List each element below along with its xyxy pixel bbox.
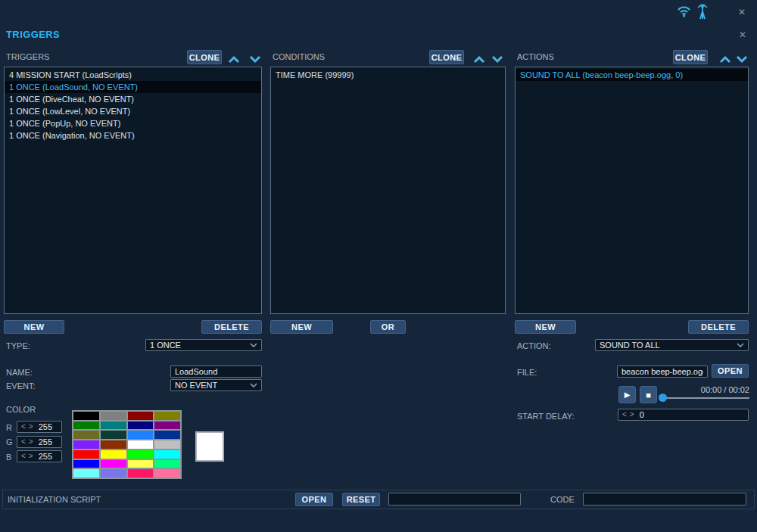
increment-icon[interactable]: > <box>29 438 33 446</box>
name-input[interactable] <box>171 366 261 377</box>
seek-track[interactable] <box>662 397 749 399</box>
increment-icon[interactable]: > <box>630 411 634 418</box>
palette-swatch[interactable] <box>73 412 99 420</box>
type-dropdown[interactable]: 1 ONCE <box>145 339 262 351</box>
list-item[interactable]: 1 ONCE (DiveCheat, NO EVENT) <box>5 93 261 105</box>
script-input[interactable] <box>389 493 520 505</box>
file-input[interactable] <box>618 366 707 377</box>
palette-swatch[interactable] <box>101 440 126 449</box>
increment-icon[interactable]: > <box>29 423 33 431</box>
code-input[interactable] <box>584 493 746 505</box>
stop-icon: ■ <box>646 390 651 400</box>
action-label: ACTION: <box>517 341 551 350</box>
list-item[interactable]: 4 MISSION START (LoadScripts) <box>5 69 261 81</box>
antenna-icon[interactable] <box>696 3 709 23</box>
list-item[interactable]: 1 ONCE (LoadSound, NO EVENT) <box>5 81 261 93</box>
palette-swatch[interactable] <box>128 450 154 459</box>
actions-new-button[interactable]: NEW <box>515 320 576 334</box>
triggers-move-down-icon[interactable] <box>248 53 262 67</box>
decrement-icon[interactable]: < <box>21 453 26 460</box>
file-open-button[interactable]: OPEN <box>712 364 749 378</box>
palette-swatch[interactable] <box>128 422 154 430</box>
triggers-new-button[interactable]: NEW <box>4 320 64 334</box>
actions-clone-button[interactable]: CLONE <box>673 50 708 64</box>
script-open-button[interactable]: OPEN <box>295 493 333 506</box>
script-field-wrap <box>388 493 521 506</box>
list-item[interactable]: 1 ONCE (Navigation, NO EVENT) <box>5 129 261 142</box>
list-item[interactable]: SOUND TO ALL (beacon beep-beep.ogg, 0) <box>516 69 748 81</box>
red-stepper[interactable]: < > 255 <box>17 421 62 433</box>
palette-swatch[interactable] <box>128 469 154 478</box>
list-item[interactable]: TIME MORE (99999) <box>271 69 505 81</box>
actions-move-down-icon[interactable] <box>735 53 749 67</box>
conditions-list[interactable]: TIME MORE (99999) <box>270 67 506 314</box>
palette-swatch[interactable] <box>154 469 180 478</box>
triggers-delete-button[interactable]: DELETE <box>201 320 262 334</box>
palette-swatch[interactable] <box>101 460 126 468</box>
event-value: NO EVENT <box>175 381 250 390</box>
palette-swatch[interactable] <box>128 440 154 449</box>
palette-swatch[interactable] <box>73 460 99 468</box>
window-close-icon[interactable]: ✕ <box>739 30 746 39</box>
palette-swatch[interactable] <box>73 450 99 459</box>
palette-swatch[interactable] <box>128 431 154 439</box>
palette-swatch[interactable] <box>101 412 126 420</box>
list-item[interactable]: 1 ONCE (PopUp, NO EVENT) <box>5 117 261 129</box>
palette-swatch[interactable] <box>154 450 180 459</box>
name-field-wrap <box>170 366 262 378</box>
wifi-icon[interactable] <box>677 5 691 20</box>
actions-column-header: ACTIONS <box>517 52 554 61</box>
green-stepper[interactable]: < > 255 <box>17 436 62 448</box>
decrement-icon[interactable]: < <box>21 438 26 446</box>
code-field-wrap <box>583 493 746 506</box>
increment-icon[interactable]: > <box>29 453 33 460</box>
script-reset-button[interactable]: RESET <box>342 493 380 506</box>
playback-time: 00:00 / 00:02 <box>674 385 749 394</box>
palette-swatch[interactable] <box>128 460 154 468</box>
palette-swatch[interactable] <box>101 469 126 478</box>
color-preview <box>195 431 224 462</box>
actions-delete-button[interactable]: DELETE <box>688 320 749 334</box>
decrement-icon[interactable]: < <box>622 411 627 418</box>
palette-swatch[interactable] <box>154 412 180 420</box>
palette-swatch[interactable] <box>73 422 99 430</box>
palette-swatch[interactable] <box>154 422 180 430</box>
stop-button[interactable]: ■ <box>640 386 657 403</box>
palette-swatch[interactable] <box>73 431 99 439</box>
palette-swatch[interactable] <box>154 460 180 468</box>
event-dropdown[interactable]: NO EVENT <box>170 379 262 391</box>
blue-label: B <box>6 453 11 462</box>
palette-swatch[interactable] <box>128 412 154 420</box>
palette-swatch[interactable] <box>154 440 180 449</box>
palette-swatch[interactable] <box>73 440 99 449</box>
type-value: 1 ONCE <box>150 341 250 350</box>
play-button[interactable]: ▶ <box>618 386 636 403</box>
close-icon[interactable]: ✕ <box>738 8 746 17</box>
actions-move-up-icon[interactable] <box>718 53 732 67</box>
list-item[interactable]: 1 ONCE (LowLevel, NO EVENT) <box>5 105 261 117</box>
start-delay-stepper[interactable]: < > 0 <box>618 409 749 421</box>
file-label: FILE: <box>517 368 537 377</box>
conditions-or-button[interactable]: OR <box>370 320 406 334</box>
conditions-column-header: CONDITIONS <box>273 52 325 61</box>
green-label: G <box>6 437 13 446</box>
palette-swatch[interactable] <box>73 469 99 478</box>
conditions-clone-button[interactable]: CLONE <box>429 50 464 64</box>
color-palette[interactable] <box>72 410 182 479</box>
palette-swatch[interactable] <box>154 431 180 439</box>
palette-swatch[interactable] <box>101 422 126 430</box>
triggers-list[interactable]: 4 MISSION START (LoadScripts)1 ONCE (Loa… <box>4 67 262 314</box>
conditions-move-up-icon[interactable] <box>472 53 486 67</box>
palette-swatch[interactable] <box>101 431 126 439</box>
conditions-new-button[interactable]: NEW <box>270 320 333 334</box>
blue-stepper[interactable]: < > 255 <box>17 450 62 462</box>
triggers-clone-button[interactable]: CLONE <box>187 50 222 64</box>
palette-swatch[interactable] <box>101 450 126 459</box>
decrement-icon[interactable]: < <box>21 423 26 431</box>
conditions-move-down-icon[interactable] <box>491 53 504 67</box>
seek-handle[interactable] <box>659 394 667 402</box>
triggers-move-up-icon[interactable] <box>227 53 241 67</box>
blue-value: 255 <box>39 452 52 461</box>
actions-list[interactable]: SOUND TO ALL (beacon beep-beep.ogg, 0) <box>515 67 749 314</box>
action-dropdown[interactable]: SOUND TO ALL <box>595 339 749 351</box>
